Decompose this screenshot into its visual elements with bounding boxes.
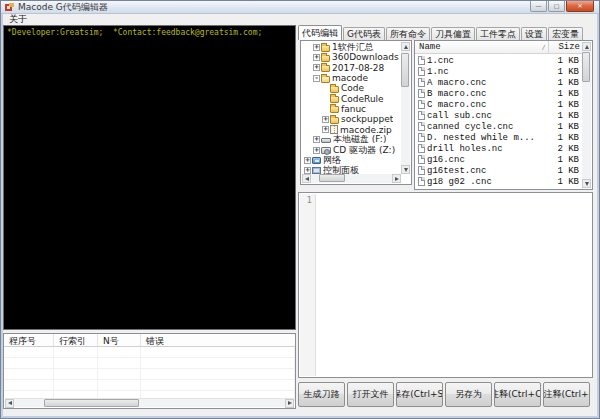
scroll-left-icon[interactable] [302, 174, 311, 183]
folder-icon [321, 45, 330, 52]
expand-icon[interactable]: + [322, 126, 329, 133]
tree-vscrollbar[interactable] [401, 42, 410, 174]
column-header-name[interactable]: Name ∕ [415, 41, 549, 53]
tree-hscrollbar[interactable] [302, 174, 401, 183]
titlebar[interactable]: Macode G代码编辑器 — ▢ ✕ [1, 1, 599, 14]
error-cell [98, 369, 141, 379]
expand-icon[interactable]: + [313, 44, 320, 51]
file-row[interactable]: C macro.cnc1 KB [416, 99, 582, 110]
file-row[interactable]: call sub.cnc1 KB [416, 110, 582, 121]
tree-item[interactable]: -macode [302, 73, 401, 83]
error-column-header: 程序号 [4, 334, 54, 346]
scroll-up-icon[interactable] [582, 42, 591, 51]
error-row [4, 358, 295, 369]
scroll-up-icon[interactable] [401, 42, 410, 51]
tree-item[interactable]: +360Downloads [302, 52, 401, 62]
scroll-down-icon[interactable] [401, 165, 410, 174]
folder-icon [330, 86, 339, 93]
expand-icon[interactable]: + [304, 157, 311, 164]
network-icon [312, 157, 321, 164]
file-size: 1 KB [550, 111, 582, 121]
scrollbar-track[interactable] [582, 51, 591, 179]
file-row[interactable]: g16.cnc1 KB [416, 154, 582, 165]
tree-item[interactable]: CodeRule [302, 93, 401, 103]
expand-icon[interactable]: + [313, 147, 320, 154]
error-column-header: 错误 [141, 334, 295, 346]
file-row[interactable]: D. nested while m...1 KB [416, 132, 582, 143]
about-menu-item[interactable]: 关于 [3, 14, 33, 25]
expand-icon[interactable]: + [313, 64, 320, 71]
save-as-button[interactable]: 另存为 [445, 382, 492, 407]
maximize-button[interactable]: ▢ [548, 1, 565, 12]
tree-item[interactable]: +2017-08-28 [302, 63, 401, 73]
comment-button[interactable]: 注释(Ctrl+C) [494, 382, 541, 407]
tab-all-commands[interactable]: 所有命令 [386, 27, 430, 40]
scrollbar-thumb[interactable] [319, 174, 345, 182]
file-list[interactable]: 1.cnc1 KB1.nc1 KBA macro.cnc1 KBB macro.… [416, 55, 582, 188]
tree-item[interactable]: +CD 驱动器 (Z:) [302, 145, 401, 155]
scrollbar-track[interactable] [401, 51, 410, 165]
file-list-vscrollbar[interactable] [582, 42, 591, 188]
collapse-icon[interactable]: - [313, 75, 320, 82]
file-row[interactable]: 1.cnc1 KB [416, 55, 582, 66]
tree-item-label: 控制面板 [323, 164, 359, 174]
generate-toolpath-button[interactable]: 生成刀路 [298, 382, 345, 407]
expand-icon[interactable]: + [322, 116, 329, 123]
file-row[interactable]: A macro.cnc1 KB [416, 77, 582, 88]
file-row[interactable]: 1.nc1 KB [416, 66, 582, 77]
file-size: 2 KB [550, 144, 582, 154]
error-row [4, 380, 295, 391]
file-row[interactable]: canned cycle.cnc1 KB [416, 121, 582, 132]
file-row[interactable]: drill holes.nc2 KB [416, 143, 582, 154]
scrollbar-thumb[interactable] [401, 53, 409, 87]
scrollbar-thumb[interactable] [44, 399, 139, 407]
expand-icon[interactable]: + [304, 167, 311, 174]
scroll-down-icon[interactable] [582, 179, 591, 188]
error-list-body[interactable] [4, 347, 295, 402]
file-name: g16test.cnc [427, 166, 550, 176]
file-size: 1 KB [550, 122, 582, 132]
tab-macro-vars[interactable]: 宏变量 [548, 27, 583, 40]
tree-item[interactable]: fanuc [302, 104, 401, 114]
scrollbar-track[interactable] [311, 174, 392, 183]
action-button-row: 生成刀路打开文件保存(Ctrl+S)另存为注释(Ctrl+C)去注释(Ctrl+… [298, 382, 592, 407]
file-row[interactable]: g18 g02 .cnc1 KB [416, 176, 582, 187]
scrollbar-thumb[interactable] [582, 52, 590, 82]
scroll-left-icon[interactable] [5, 399, 14, 408]
tab-tool-offset[interactable]: 刀具偏置 [431, 27, 475, 40]
tree-item-label: macode [332, 73, 368, 83]
error-cell [4, 369, 54, 379]
tree-item[interactable]: Code [302, 83, 401, 93]
error-list-hscrollbar[interactable] [5, 398, 294, 407]
column-header-size[interactable]: Size [549, 41, 583, 53]
tree-item-label: Code [341, 83, 364, 93]
scroll-right-icon[interactable] [392, 174, 401, 183]
save-button[interactable]: 保存(Ctrl+S) [396, 382, 443, 407]
file-name: call sub.cnc [427, 111, 550, 121]
file-row[interactable]: g16test.cnc1 KB [416, 165, 582, 176]
minimize-button[interactable]: — [530, 1, 547, 12]
tab-settings[interactable]: 设置 [521, 27, 547, 40]
open-file-button[interactable]: 打开文件 [347, 382, 394, 407]
close-button[interactable]: ✕ [566, 1, 594, 12]
expand-icon[interactable]: + [313, 54, 320, 61]
code-editor-input[interactable] [317, 194, 591, 376]
tree-item[interactable]: +sockpuppet [302, 114, 401, 124]
tab-code-edit[interactable]: 代码编辑 [298, 25, 342, 40]
file-size: 1 KB [550, 133, 582, 143]
scrollbar-track[interactable] [14, 399, 285, 407]
name-column-label: Name [419, 42, 441, 52]
error-cell [141, 358, 295, 368]
file-row[interactable]: g19.cnc1 KB [416, 187, 582, 188]
scroll-right-icon[interactable] [285, 399, 294, 408]
folder-tree[interactable]: +1软件汇总+360Downloads+2017-08-28-macodeCod… [302, 42, 401, 174]
gcode-console[interactable]: *Developer:Greatsim; *Contact:feedback@g… [3, 25, 296, 330]
tree-item[interactable]: +控制面板 [302, 166, 401, 174]
tree-item[interactable]: +1软件汇总 [302, 42, 401, 52]
uncomment-button[interactable]: 去注释(Ctrl+U) [543, 382, 590, 407]
tab-gcode-table[interactable]: G代码表 [343, 27, 385, 40]
file-row[interactable]: B macro.cnc1 KB [416, 88, 582, 99]
expand-icon[interactable]: + [313, 136, 320, 143]
tab-work-zero[interactable]: 工件零点 [476, 27, 520, 40]
error-cell [98, 347, 141, 357]
